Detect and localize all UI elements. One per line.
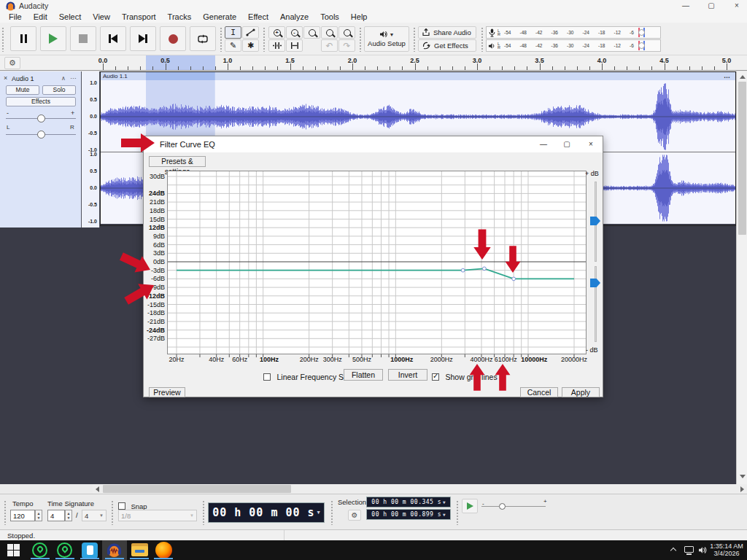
- audio-position-display[interactable]: 00 h 00 m 00 s ▼: [208, 502, 325, 523]
- gain-slider[interactable]: [6, 118, 76, 119]
- time-format-caret-icon[interactable]: ▼: [317, 510, 320, 516]
- presets-settings-button[interactable]: Presets & settings: [149, 156, 206, 167]
- track-collapse-icon[interactable]: ∧: [61, 75, 66, 82]
- mute-button[interactable]: Mute: [6, 85, 39, 95]
- track-name[interactable]: Audio 1: [12, 75, 34, 82]
- selection-grip[interactable]: [330, 500, 334, 525]
- eq-control-point[interactable]: [461, 268, 465, 272]
- menu-analyze[interactable]: Analyze: [274, 12, 314, 23]
- selection-end-display[interactable]: 00 h 00 m 00.899 s ▼: [366, 509, 451, 520]
- toolbar-grip[interactable]: [1, 27, 5, 52]
- scroll-right-arrow-icon[interactable]: [740, 486, 744, 492]
- edit-grip[interactable]: [263, 27, 266, 52]
- share-grip[interactable]: [413, 27, 417, 52]
- scroll-up-arrow-icon[interactable]: [740, 75, 746, 79]
- speed-grip[interactable]: [456, 500, 460, 525]
- timesig-upper-spinner[interactable]: ▲▼: [65, 510, 72, 521]
- window-minimize-button[interactable]: —: [675, 0, 697, 11]
- setup-grip[interactable]: [359, 27, 363, 52]
- tempo-input[interactable]: 120: [10, 510, 35, 521]
- audio-setup-button[interactable]: ▼ Audio Setup: [364, 26, 409, 52]
- window-maximize-button[interactable]: ▢: [700, 0, 722, 11]
- selection-tool-button[interactable]: I: [225, 26, 241, 39]
- skip-to-end-button[interactable]: [130, 26, 156, 51]
- dialog-title-bar[interactable]: Filter Curve EQ — ▢ ×: [144, 136, 603, 152]
- skip-to-start-button[interactable]: [100, 26, 126, 51]
- scroll-down-arrow-icon[interactable]: [740, 475, 746, 478]
- taskbar-phone-link[interactable]: [82, 542, 98, 559]
- redo-button[interactable]: ↷: [338, 39, 355, 52]
- menu-help[interactable]: Help: [345, 12, 374, 23]
- fit-selection-button[interactable]: [303, 26, 320, 39]
- horizontal-scrollbar[interactable]: [93, 484, 747, 494]
- eq-control-point[interactable]: [512, 277, 516, 281]
- clip-menu-icon[interactable]: …: [724, 72, 730, 79]
- tools-grip[interactable]: [220, 27, 223, 52]
- zoom-in-button[interactable]: +: [268, 26, 285, 39]
- taskbar-audacity-active[interactable]: [102, 540, 127, 560]
- timeline-options-button[interactable]: ⚙: [4, 57, 20, 69]
- menu-effect[interactable]: Effect: [242, 12, 274, 23]
- track-menu-icon[interactable]: …: [70, 73, 77, 80]
- vertical-scroll-thumb[interactable]: [738, 82, 746, 235]
- pan-slider-thumb[interactable]: [37, 131, 45, 139]
- draw-tool-button[interactable]: ✎: [225, 39, 241, 52]
- upper-db-slider-thumb[interactable]: [590, 217, 600, 225]
- flatten-button[interactable]: Flatten: [344, 369, 383, 381]
- menu-generate[interactable]: Generate: [197, 12, 242, 23]
- play-speed-slider[interactable]: [481, 506, 546, 507]
- volume-icon[interactable]: [698, 546, 708, 554]
- play-button[interactable]: [40, 26, 66, 51]
- menu-tools[interactable]: Tools: [314, 12, 345, 23]
- invert-button[interactable]: Invert: [388, 369, 427, 381]
- selection-start-display[interactable]: 00 h 00 m 00.345 s ▼: [366, 497, 451, 508]
- snap-value-dropdown[interactable]: 1/8▼: [118, 510, 197, 521]
- pan-slider[interactable]: [6, 134, 76, 135]
- eq-control-point[interactable]: [482, 267, 486, 271]
- timesig-upper-input[interactable]: 4: [47, 510, 65, 521]
- menu-view[interactable]: View: [87, 12, 116, 23]
- get-effects-button[interactable]: Get Effects: [418, 39, 476, 52]
- stop-button[interactable]: [70, 26, 96, 51]
- scroll-left-arrow-icon[interactable]: [96, 486, 99, 492]
- zoom-toggle-button[interactable]: [338, 26, 355, 39]
- taskbar-clock[interactable]: 1:35:14 AM 3/4/2026: [709, 542, 744, 557]
- gain-slider-thumb[interactable]: [37, 114, 45, 122]
- play-at-speed-button[interactable]: [462, 499, 478, 513]
- menu-transport[interactable]: Transport: [116, 12, 162, 23]
- zoom-out-button[interactable]: -: [286, 26, 303, 39]
- menu-edit[interactable]: Edit: [28, 12, 53, 23]
- solo-button[interactable]: Solo: [42, 85, 76, 95]
- show-grid-checkbox-box[interactable]: [432, 373, 439, 381]
- horizontal-scroll-thumb[interactable]: [103, 485, 291, 493]
- taskbar-whatsapp-1[interactable]: [32, 542, 47, 558]
- menu-tracks[interactable]: Tracks: [162, 12, 198, 23]
- dialog-close-button[interactable]: ×: [581, 136, 600, 152]
- timeline-ruler[interactable]: ⚙ 0.00.51.01.52.02.53.03.54.04.55.0: [0, 55, 747, 71]
- linear-frequency-checkbox-box[interactable]: [263, 373, 271, 381]
- time-grip[interactable]: [202, 500, 206, 525]
- track-close-icon[interactable]: ×: [4, 74, 7, 82]
- meter-grip[interactable]: [481, 27, 484, 52]
- snap-checkbox-box[interactable]: [118, 502, 125, 510]
- trim-audio-button[interactable]: [268, 39, 285, 52]
- record-button[interactable]: [160, 26, 186, 51]
- playback-meter[interactable]: LR -54-48-42-36-30-24-18-12-6: [486, 39, 661, 52]
- taskbar-whatsapp-2[interactable]: [57, 542, 72, 558]
- share-audio-button[interactable]: Share Audio: [418, 26, 476, 39]
- vertical-scrollbar[interactable]: [736, 71, 747, 484]
- selection-options-button[interactable]: ⚙: [348, 510, 361, 521]
- network-icon[interactable]: [684, 546, 694, 553]
- play-speed-thumb[interactable]: [499, 503, 506, 510]
- dialog-maximize-button[interactable]: ▢: [557, 136, 576, 152]
- taskbar-firefox[interactable]: [155, 542, 172, 559]
- silence-audio-button[interactable]: [286, 39, 303, 52]
- pause-button[interactable]: [10, 26, 36, 51]
- eq-curve-plot[interactable]: [167, 171, 587, 359]
- envelope-tool-button[interactable]: [242, 26, 259, 39]
- menu-file[interactable]: File: [3, 12, 28, 23]
- effects-button[interactable]: Effects: [6, 97, 76, 106]
- dialog-minimize-button[interactable]: —: [534, 136, 553, 152]
- tempo-spinner[interactable]: ▲▼: [35, 510, 42, 521]
- menu-select[interactable]: Select: [53, 12, 88, 23]
